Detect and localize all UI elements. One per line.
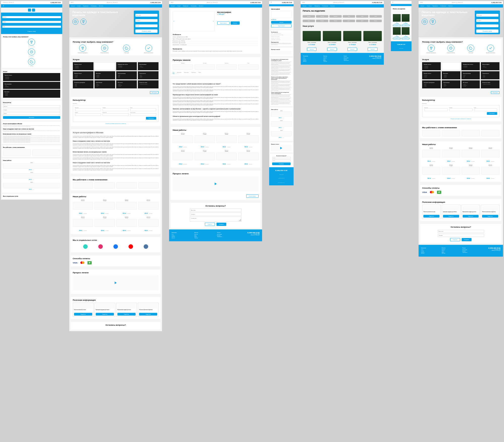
- phone[interactable]: 8 (495) 000-73-00: [282, 2, 292, 3]
- filter-button[interactable]: Толстовки: [316, 15, 328, 18]
- q-name[interactable]: [190, 209, 241, 212]
- filter-button[interactable]: Рубашки: [329, 20, 342, 22]
- name-input[interactable]: [2, 16, 61, 18]
- catalog-item[interactable]: Полоот 15 550 ₽Заказать: [393, 27, 401, 39]
- ask-button[interactable]: Задать вопрос: [217, 21, 230, 25]
- info-button[interactable]: Подробнее: [96, 313, 114, 316]
- tab[interactable]: Поло: [199, 72, 201, 74]
- phone[interactable]: 8 (495) 000-73-00: [250, 2, 261, 3]
- work-item[interactable]: Футболки"Классика"550 ₽в наличии: [138, 216, 159, 232]
- filter-button[interactable]: Худи: [303, 20, 315, 22]
- order-button[interactable]: Заказать: [368, 48, 377, 51]
- ask-button[interactable]: Задать вопрос: [271, 24, 292, 27]
- phone[interactable]: 8 (495) 000-73-00: [51, 2, 61, 3]
- submit-button[interactable]: Отправить: [216, 223, 227, 226]
- work-item[interactable]: Футболки"Классика"550 ₽в наличии: [238, 133, 259, 148]
- phone-input[interactable]: [2, 21, 61, 23]
- more-link[interactable]: Все услуги: [491, 91, 499, 94]
- phone-input[interactable]: [476, 19, 498, 22]
- social-icon[interactable]: [98, 244, 103, 249]
- order-button[interactable]: Заказать: [327, 48, 337, 51]
- reset-button[interactable]: Сбросить: [450, 238, 460, 241]
- calc-email[interactable]: [130, 109, 156, 111]
- work-item[interactable]: Футболки"Стандарт"550 ₽в наличии: [442, 164, 460, 180]
- info-button[interactable]: Подробнее: [482, 215, 498, 218]
- work-item[interactable]: Футболки"Классика"550 ₽в наличии: [173, 150, 193, 165]
- footer-phone[interactable]: 8 (495) 000-73-00: [272, 170, 291, 171]
- service-card[interactable]: Сублимация– кружки– футболки– чехлы: [442, 80, 460, 88]
- calc-name[interactable]: [3, 105, 60, 108]
- catalog-item[interactable]: Полоот 15 550 ₽Заказать: [402, 14, 410, 26]
- logo[interactable]: ЛОГО: [302, 2, 305, 3]
- q-phone[interactable]: [190, 213, 241, 216]
- submit[interactable]: Отправить: [272, 162, 291, 165]
- nav-item[interactable]: Каталог: [71, 5, 75, 7]
- work-item[interactable]: Футболки"Классика"550 ₽в наличии: [73, 216, 93, 232]
- phone[interactable]: 8 (495) 000-73-00: [393, 44, 409, 45]
- work-item[interactable]: Футболки"Стандарт"550 ₽в наличии: [94, 216, 115, 232]
- service-card[interactable]: Прямая печать– на кружках– на кепках– на…: [73, 71, 93, 79]
- calc-email[interactable]: [474, 109, 497, 111]
- phone[interactable]: 8 (495) 000-73-00: [150, 2, 161, 3]
- service-card[interactable]: Прямая печать– на футболках– на толстовк…: [73, 62, 93, 70]
- order-button[interactable]: Заказать: [393, 25, 401, 26]
- nav-item[interactable]: О компании: [91, 5, 97, 7]
- q-name[interactable]: [438, 230, 484, 233]
- service-card[interactable]: Термотрансфер– пленка– флекс– флок: [116, 71, 137, 79]
- info-button[interactable]: Подробнее: [139, 313, 157, 316]
- order-button[interactable]: Заказать: [393, 38, 401, 39]
- service-card[interactable]: Прямая печать– на футболках– на толстовк…: [3, 73, 60, 81]
- info-button[interactable]: Подробнее: [117, 313, 136, 316]
- work-item[interactable]: Футболки"Премиум"550 ₽ в наличии: [271, 130, 292, 138]
- service-card[interactable]: Пошив на заказ– индивидуальные изделия: [481, 80, 499, 88]
- order-button[interactable]: Заказать: [307, 48, 317, 51]
- filter-button[interactable]: Ветровки: [316, 20, 328, 22]
- submit-button[interactable]: Отправить заявку: [135, 29, 158, 33]
- example-item[interactable]: Поло: [238, 63, 259, 70]
- service-card[interactable]: Термотрансфер– пленка– флекс– флок: [461, 71, 480, 79]
- calc-qty[interactable]: [103, 113, 129, 116]
- nav-item[interactable]: Портфолио: [432, 5, 438, 7]
- footer-link[interactable]: Контакты: [303, 61, 320, 62]
- filter-button[interactable]: Свитшоты: [329, 15, 342, 18]
- service-card[interactable]: Вышивка– логотипов– шевронов– надписей: [3, 90, 60, 98]
- nav-item[interactable]: Услуги: [177, 5, 180, 7]
- nav-item[interactable]: Портфолио: [183, 5, 188, 7]
- filter-button[interactable]: Поло: [343, 15, 355, 18]
- submit-button[interactable]: Отправить заявку: [2, 30, 61, 33]
- tab[interactable]: Толстовки: [184, 72, 189, 74]
- nav-item[interactable]: Контакты: [199, 5, 203, 7]
- work-item[interactable]: Футболки"Классика"550 ₽ в наличии: [3, 162, 60, 170]
- logo[interactable]: ЛОГО: [71, 2, 74, 3]
- info-button[interactable]: Подробнее: [463, 215, 479, 218]
- more-link[interactable]: Все услуги: [150, 91, 159, 94]
- nav-item[interactable]: Услуги: [77, 5, 80, 7]
- tab[interactable]: Футболки: [177, 72, 181, 74]
- play-icon[interactable]: [115, 282, 117, 284]
- tab[interactable]: Свитшоты: [191, 72, 196, 74]
- service-card[interactable]: Тампопечать– ручки– брелоки– значки: [481, 71, 499, 79]
- calc-phone[interactable]: [103, 109, 129, 111]
- name-input[interactable]: [476, 14, 498, 17]
- nav-item[interactable]: Каталог: [303, 5, 306, 7]
- footer-link[interactable]: Толстовки: [323, 61, 340, 62]
- work-item[interactable]: Футболки"Премиум"550 ₽в наличии: [216, 150, 237, 165]
- submit-button[interactable]: Отправить заявку: [476, 29, 498, 33]
- calc-submit[interactable]: Рассчитать: [146, 117, 156, 120]
- service-card[interactable]: Тампопечать– ручки– брелоки– значки: [138, 71, 159, 79]
- calc-submit[interactable]: Рассчитать: [3, 116, 60, 119]
- social-icon[interactable]: [83, 244, 88, 249]
- nav-item[interactable]: Услуги: [309, 5, 312, 7]
- service-card[interactable]: [94, 62, 115, 70]
- service-card[interactable]: Лазерная гравировка– металл– дерево– пла…: [73, 80, 93, 88]
- more-videos[interactable]: Больше видео: [246, 194, 259, 198]
- filter-button[interactable]: Жилеты: [369, 20, 382, 22]
- work-item[interactable]: Футболки"Стандарт"550 ₽в наличии: [94, 199, 115, 215]
- nav-item[interactable]: Каталог: [421, 5, 424, 7]
- email-input[interactable]: [135, 24, 158, 27]
- calc-phone[interactable]: [3, 109, 60, 111]
- calc-phone[interactable]: [449, 109, 472, 111]
- order-button[interactable]: Заказать: [271, 21, 292, 24]
- nav-item[interactable]: Портфолио: [314, 5, 320, 7]
- icon-box[interactable]: [32, 9, 35, 12]
